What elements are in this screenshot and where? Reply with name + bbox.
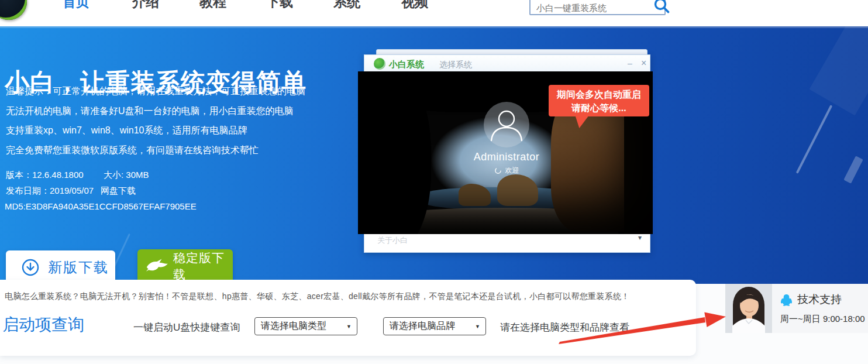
login-avatar bbox=[484, 102, 529, 147]
hero-slash-decoration bbox=[843, 156, 863, 183]
boot-query-title: 启动项查询 bbox=[2, 314, 84, 336]
stable-version-download-label: 稳定版下载 bbox=[173, 250, 233, 283]
close-icon: × bbox=[641, 58, 646, 68]
nav-item-download[interactable]: 下载 bbox=[266, 0, 293, 11]
restart-tooltip: 期间会多次自动重启 请耐心等候... bbox=[549, 85, 649, 116]
red-annotation-arrow bbox=[547, 307, 729, 349]
app-page-title: 选择系统 bbox=[439, 60, 472, 70]
hero-tip-4: 完全免费帮您重装微软原版系统，有问题请在线咨询技术帮忙 bbox=[6, 145, 259, 157]
tooltip-line-2: 请耐心等候... bbox=[549, 101, 649, 115]
download-circle-icon bbox=[21, 258, 40, 277]
hero-slash-decoration bbox=[796, 105, 833, 174]
user-icon bbox=[484, 102, 529, 147]
spinner-icon bbox=[494, 167, 502, 174]
hero-slash-decoration bbox=[810, 13, 868, 116]
support-hours: 周一~周日 9:00-18:00 bbox=[780, 314, 868, 325]
app-brand-label: 小白系统 bbox=[389, 59, 424, 70]
netdisk-download-link[interactable]: 网盘下载 bbox=[101, 186, 136, 197]
new-version-download-label: 新版下载 bbox=[48, 258, 109, 277]
qq-penguin-icon[interactable] bbox=[780, 294, 793, 306]
new-version-download-button[interactable]: 新版下载 bbox=[6, 250, 115, 284]
size-text: 大小: 30MB bbox=[104, 170, 149, 181]
boot-query-subtitle: 一键启动U盘快捷键查询 bbox=[133, 321, 240, 334]
nav-item-system[interactable]: 系统 bbox=[333, 0, 360, 11]
hero-tip-1: 温馨提示：可正常开机的电脑，请用在线重装方法，可直接重装您的电脑 bbox=[6, 85, 305, 98]
search-box bbox=[529, 0, 666, 15]
login-welcome-row: 欢迎 bbox=[466, 166, 547, 176]
md5-text: MD5:E3D8FA940A35E1CCFD8567EFAF7905EE bbox=[5, 201, 197, 211]
minimize-icon: – bbox=[628, 59, 632, 68]
nav-item-intro[interactable]: 介绍 bbox=[132, 0, 159, 11]
login-welcome-label: 欢迎 bbox=[505, 166, 519, 176]
computer-type-select[interactable]: 请选择电脑类型 ▼ bbox=[254, 317, 357, 335]
support-title: 技术支持 bbox=[797, 292, 842, 307]
release-date-text: 发布日期：2019/05/07 bbox=[6, 186, 94, 197]
site-logo-icon[interactable] bbox=[0, 0, 27, 20]
nav-item-video[interactable]: 视频 bbox=[401, 0, 428, 11]
stable-version-download-button[interactable]: 稳定版下载 bbox=[137, 249, 233, 283]
computer-type-select-value: 请选择电脑类型 bbox=[255, 320, 346, 332]
page: 首页 介绍 教程 下载 系统 视频 小白，让重装系统变得简单 温馨提示：可正常开… bbox=[0, 0, 868, 364]
hero-top-highlight bbox=[0, 26, 868, 28]
hero-tip-2: 无法开机的电脑，请准备好U盘和一台好的电脑，用小白重装您的电脑 bbox=[6, 105, 294, 118]
select-caret-icon: ▼ bbox=[475, 324, 485, 329]
tooltip-line-1: 期间会多次自动重启 bbox=[549, 88, 649, 101]
version-text: 版本：12.6.48.1800 bbox=[6, 170, 84, 181]
hero-tip-3: 支持重装xp、win7、win8、win10系统，适用所有电脑品牌 bbox=[6, 125, 247, 137]
nav-item-home[interactable]: 首页 bbox=[63, 0, 89, 11]
about-link: 关于小白 bbox=[377, 235, 408, 246]
app-window-titlebar: 小白系统 选择系统 – × bbox=[364, 55, 650, 73]
support-info: 技术支持 周一~周日 9:00-18:00 bbox=[772, 284, 868, 333]
brands-description: 电脑怎么重装系统？电脑无法开机？别害怕！不管是联想、hp惠普、华硕、东芝、ace… bbox=[5, 291, 630, 302]
computer-brand-select[interactable]: 请选择电脑品牌 ▼ bbox=[383, 317, 486, 335]
support-agent-photo bbox=[725, 284, 772, 333]
tech-support-card[interactable]: 技术支持 周一~周日 9:00-18:00 bbox=[725, 284, 868, 333]
search-icon[interactable] bbox=[653, 0, 670, 16]
search-input[interactable] bbox=[531, 0, 653, 13]
login-username: Administrator bbox=[448, 151, 565, 163]
thunder-bird-icon bbox=[146, 257, 168, 275]
computer-brand-select-value: 请选择电脑品牌 bbox=[384, 320, 475, 332]
select-caret-icon: ▼ bbox=[346, 324, 357, 329]
footer-caret-icon: ▾ bbox=[638, 233, 642, 242]
top-navbar: 首页 介绍 教程 下载 系统 视频 bbox=[0, 0, 868, 26]
app-logo-icon bbox=[374, 58, 385, 70]
nav-item-tutorial[interactable]: 教程 bbox=[199, 0, 226, 11]
